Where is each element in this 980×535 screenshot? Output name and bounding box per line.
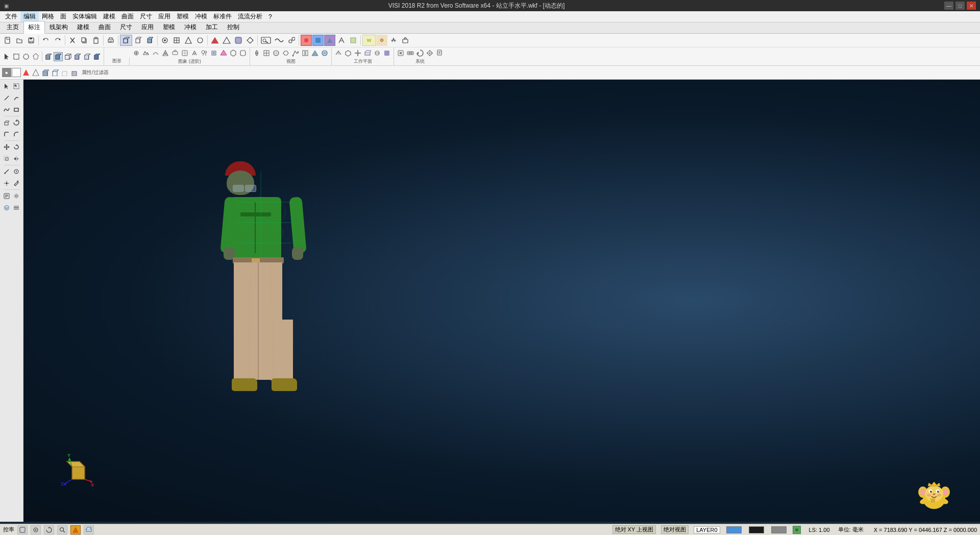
menu-solid-edit[interactable]: 实体编辑 xyxy=(69,11,100,22)
tb2-img-10[interactable] xyxy=(219,48,228,58)
tb2-img-6[interactable] xyxy=(180,48,189,58)
tab-control[interactable]: 控制 xyxy=(223,21,244,33)
status-btn-4[interactable] xyxy=(57,525,67,534)
tb2-view-4[interactable] xyxy=(281,48,290,58)
sb-chamfer[interactable] xyxy=(12,129,21,140)
tb-tool-4[interactable] xyxy=(194,35,206,46)
tb2-img-11[interactable] xyxy=(229,48,238,58)
sb-mirror[interactable] xyxy=(12,153,21,164)
tb-view-box[interactable] xyxy=(120,35,132,46)
tb-snap-3[interactable] xyxy=(233,35,244,46)
tb2-view-6[interactable] xyxy=(301,48,310,58)
sb-move[interactable] xyxy=(2,141,11,153)
tb2-sys-4[interactable] xyxy=(425,48,434,58)
tb3-btn-2[interactable] xyxy=(12,68,21,77)
menu-mesh[interactable]: 网格 xyxy=(39,11,57,22)
menu-surface[interactable]: 面 xyxy=(57,11,69,22)
tab-mold[interactable]: 塑模 xyxy=(158,21,180,33)
tb-large-1[interactable] xyxy=(259,35,273,46)
tb-snap-1[interactable] xyxy=(209,35,220,46)
sb-layer[interactable] xyxy=(2,202,11,213)
tab-dimensions[interactable]: 尺寸 xyxy=(115,21,137,33)
tb-color-3[interactable] xyxy=(324,35,335,46)
menu-die[interactable]: 冲模 xyxy=(192,11,210,22)
sb-curve[interactable] xyxy=(2,104,11,115)
tb2-img-1[interactable] xyxy=(132,48,141,58)
tb-undo[interactable] xyxy=(40,35,52,46)
tb2-img-7[interactable] xyxy=(190,48,199,58)
tb2-cube-6[interactable] xyxy=(92,52,102,61)
tb2-img-2[interactable] xyxy=(141,48,151,58)
tb2-wp-5[interactable] xyxy=(373,48,382,58)
tab-wireframe[interactable]: 线架构 xyxy=(45,21,72,33)
sb-arc[interactable] xyxy=(12,92,21,104)
sb-measure[interactable] xyxy=(2,166,11,177)
tab-apply[interactable]: 应用 xyxy=(137,21,158,33)
minimize-button[interactable]: — xyxy=(944,2,953,10)
tb2-wp-6[interactable] xyxy=(382,48,391,58)
maximize-button[interactable]: □ xyxy=(955,2,965,10)
tab-machining[interactable]: 加工 xyxy=(201,21,223,33)
tb-save[interactable] xyxy=(26,35,37,46)
tb-tool-3[interactable] xyxy=(183,35,194,46)
status-layer[interactable]: LAYER0 xyxy=(694,526,720,533)
tb-large-3[interactable] xyxy=(286,35,297,46)
sb-cursor[interactable] xyxy=(2,81,11,92)
tb-color-1[interactable] xyxy=(301,35,312,46)
sb-history[interactable] xyxy=(2,190,11,202)
tb-snap-4[interactable] xyxy=(244,35,256,46)
tb3-btn-7[interactable] xyxy=(60,68,69,77)
tb2-img-3[interactable] xyxy=(151,48,160,58)
tb3-btn-4[interactable] xyxy=(31,68,40,77)
sb-rotate[interactable] xyxy=(12,141,21,153)
tb3-btn-3[interactable] xyxy=(21,68,31,77)
tb2-sys-2[interactable] xyxy=(406,48,415,58)
sb-extrude[interactable] xyxy=(2,117,11,128)
tab-modeling[interactable]: 建模 xyxy=(72,21,94,33)
tb-print[interactable] xyxy=(105,35,116,46)
tb2-select[interactable] xyxy=(2,52,11,61)
tb-paste[interactable] xyxy=(90,35,102,46)
status-btn-5[interactable] xyxy=(70,525,81,534)
tb3-btn-6[interactable] xyxy=(51,68,60,77)
tb2-view-5[interactable] xyxy=(291,48,300,58)
menu-standard[interactable]: 标准件 xyxy=(210,11,235,22)
tb-snap-2[interactable] xyxy=(221,35,232,46)
tb2-sys-1[interactable] xyxy=(396,48,405,58)
status-btn-6[interactable] xyxy=(84,525,94,534)
tb2-wp-4[interactable] xyxy=(363,48,372,58)
tb2-img-4[interactable] xyxy=(161,48,170,58)
tb2-sys-5[interactable] xyxy=(435,48,444,58)
tb2-cube-5[interactable] xyxy=(83,52,92,61)
tb2-sys-3[interactable] xyxy=(415,48,425,58)
sb-analyze[interactable] xyxy=(12,166,21,177)
tb2-circle-select[interactable] xyxy=(21,52,31,61)
tb-open[interactable] xyxy=(14,35,25,46)
menu-file[interactable]: 文件 xyxy=(2,11,20,22)
menu-edit[interactable]: 编辑 xyxy=(20,11,39,22)
menu-help[interactable]: ? xyxy=(265,12,275,21)
sb-line[interactable] xyxy=(2,92,11,104)
tb2-cube-front[interactable] xyxy=(54,52,63,61)
sb-sketch[interactable] xyxy=(12,178,21,189)
tb2-box-select[interactable] xyxy=(12,52,21,61)
sb-fillet[interactable] xyxy=(2,129,11,140)
status-btn-2[interactable] xyxy=(31,525,41,534)
tb2-view-3[interactable] xyxy=(272,48,281,58)
status-btn-3[interactable] xyxy=(44,525,54,534)
sb-settings[interactable] xyxy=(12,190,21,202)
tb-adv-1[interactable]: W xyxy=(362,35,376,46)
tb2-img-9[interactable] xyxy=(209,48,218,58)
tb3-btn-8[interactable] xyxy=(70,68,79,77)
tb-adv-4[interactable] xyxy=(400,35,411,46)
tb-color-4[interactable] xyxy=(336,35,347,46)
tb-color-2[interactable] xyxy=(312,35,324,46)
close-button[interactable]: ✕ xyxy=(967,2,976,10)
tb-new[interactable] xyxy=(2,35,13,46)
tb2-wp-2[interactable] xyxy=(344,48,353,58)
tb3-btn-1[interactable]: ■ xyxy=(2,68,11,77)
tab-home[interactable]: 主页 xyxy=(2,21,23,33)
tb2-view-8[interactable] xyxy=(320,48,329,58)
tb-redo[interactable] xyxy=(52,35,63,46)
sb-scale[interactable] xyxy=(2,153,11,164)
